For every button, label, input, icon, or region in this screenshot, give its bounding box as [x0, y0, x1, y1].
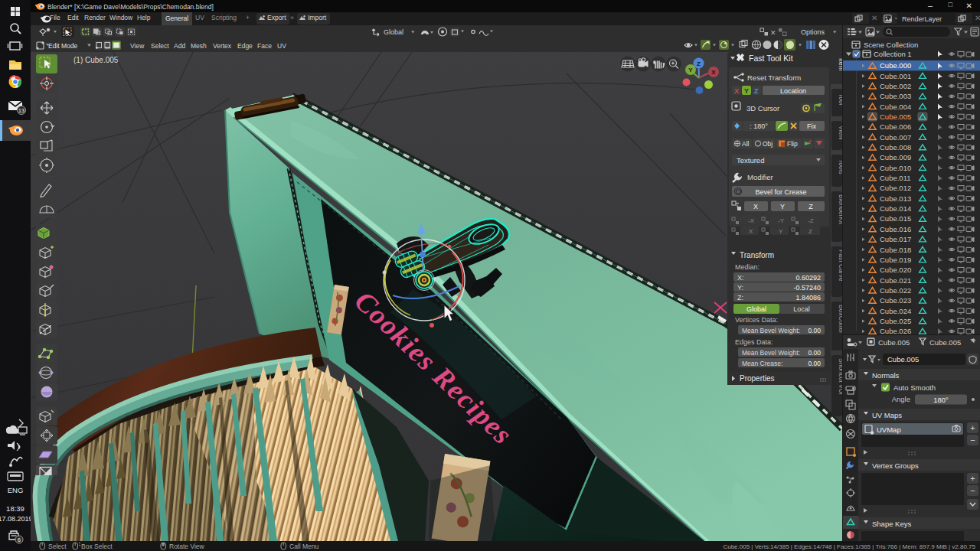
- svg-text:Global: Global: [746, 305, 766, 313]
- svg-text:Y: Y: [744, 87, 749, 95]
- svg-text:-X: -X: [748, 217, 755, 224]
- svg-text:Normals: Normals: [872, 371, 900, 380]
- svg-text:-Y: -Y: [778, 217, 785, 224]
- svg-text:Cube.009: Cube.009: [880, 153, 911, 161]
- svg-text:✕: ✕: [770, 29, 776, 37]
- svg-text:Cube.005: Cube.005: [929, 338, 961, 347]
- svg-text:13: 13: [18, 108, 24, 113]
- svg-text:Select: Select: [48, 543, 67, 550]
- svg-text:Cube.013: Cube.013: [880, 194, 911, 203]
- svg-text:Modifier: Modifier: [747, 173, 773, 181]
- svg-text:Collection 1: Collection 1: [874, 50, 912, 58]
- svg-text:Cube.005: Cube.005: [878, 338, 910, 347]
- svg-text:Cube.017: Cube.017: [880, 235, 911, 243]
- svg-text:Cube.011: Cube.011: [880, 174, 911, 182]
- svg-text:Global: Global: [384, 28, 403, 36]
- svg-text:−: −: [970, 486, 975, 495]
- svg-text:Z: Z: [808, 228, 812, 235]
- svg-text:0.00: 0.00: [808, 349, 821, 357]
- svg-text:Fast Tool Kit: Fast Tool Kit: [749, 54, 793, 63]
- svg-text:X: X: [734, 87, 739, 95]
- svg-text:Cube.002: Cube.002: [880, 82, 911, 90]
- svg-text:Flip: Flip: [787, 140, 798, 148]
- svg-text:Reset Transform: Reset Transform: [747, 73, 801, 82]
- svg-text:X:: X:: [737, 274, 744, 282]
- svg-text:Vertices Data:: Vertices Data:: [735, 316, 778, 324]
- svg-text:-Z: -Z: [808, 217, 814, 224]
- svg-text:UVMap: UVMap: [877, 425, 901, 434]
- svg-text:Box Select: Box Select: [81, 543, 113, 550]
- svg-text:ENG: ENG: [8, 486, 24, 494]
- svg-text:Edit Mode: Edit Mode: [48, 42, 78, 50]
- svg-text:Cube.026: Cube.026: [880, 327, 911, 334]
- svg-text:+: +: [970, 423, 975, 432]
- svg-text:Cube.023: Cube.023: [880, 296, 911, 305]
- svg-text:Cube.014: Cube.014: [880, 204, 911, 213]
- svg-text:X: X: [711, 69, 716, 76]
- svg-text:(1) Cube.005: (1) Cube.005: [74, 56, 119, 64]
- svg-text:Cube.024: Cube.024: [880, 307, 911, 315]
- svg-text:3D Cursor: 3D Cursor: [746, 104, 779, 112]
- svg-text:Transform: Transform: [740, 251, 774, 259]
- svg-text:All: All: [742, 140, 750, 148]
- svg-text:0.60292: 0.60292: [795, 274, 821, 282]
- svg-text:Cube.018: Cube.018: [880, 246, 911, 254]
- svg-text:Cube.001: Cube.001: [880, 72, 911, 80]
- svg-text:Local: Local: [793, 305, 810, 313]
- svg-text:Shape Keys: Shape Keys: [872, 520, 911, 528]
- svg-text:0.00: 0.00: [808, 360, 821, 367]
- svg-text:Y: Y: [780, 203, 785, 210]
- svg-text:Cube.003: Cube.003: [880, 92, 911, 100]
- svg-text:Edges Data:: Edges Data:: [735, 338, 773, 346]
- svg-text:Textured: Textured: [737, 156, 764, 165]
- svg-text:17.08.2019: 17.08.2019: [0, 515, 31, 523]
- svg-text:Cube.021: Cube.021: [880, 276, 911, 285]
- svg-text:Cube.022: Cube.022: [880, 286, 911, 295]
- svg-text:Z: Z: [754, 87, 759, 95]
- svg-text:180°: 180°: [933, 396, 949, 404]
- svg-text:Properties: Properties: [740, 374, 775, 383]
- svg-text:1.84086: 1.84086: [795, 294, 821, 302]
- svg-text:Cube.008: Cube.008: [880, 143, 911, 152]
- svg-text:−: −: [970, 435, 975, 445]
- svg-text:UV Maps: UV Maps: [872, 411, 902, 419]
- svg-text:X: X: [753, 203, 758, 210]
- svg-text:Mean Bevel Weight:: Mean Bevel Weight:: [742, 327, 800, 334]
- svg-text:Options: Options: [801, 28, 825, 36]
- svg-text:Z: Z: [697, 60, 701, 67]
- svg-text:Cube.006: Cube.006: [880, 122, 911, 131]
- svg-text:Cube.016: Cube.016: [880, 225, 911, 233]
- svg-text:Z:: Z:: [737, 294, 743, 302]
- svg-text:Cube.005: Cube.005: [880, 112, 911, 121]
- svg-text:Cube.005 | Verts:14/385 | Edge: Cube.005 | Verts:14/385 | Edges:14/748 |…: [723, 543, 975, 550]
- svg-text:Cube.025: Cube.025: [880, 317, 911, 325]
- svg-text:Vertex Groups: Vertex Groups: [872, 461, 919, 470]
- svg-text:Auto Smooth: Auto Smooth: [893, 383, 936, 392]
- svg-text:6: 6: [18, 537, 21, 543]
- svg-text:+: +: [970, 474, 975, 483]
- svg-text:-0.57240: -0.57240: [793, 284, 821, 292]
- svg-text:Z: Z: [808, 203, 813, 210]
- svg-text:Cube.007: Cube.007: [880, 133, 911, 142]
- svg-text:0.00: 0.00: [808, 327, 821, 334]
- svg-text:Median:: Median:: [735, 263, 760, 271]
- svg-text:: 180°: : 180°: [750, 122, 768, 130]
- svg-text:Cube.020: Cube.020: [880, 266, 911, 274]
- svg-text:Y:: Y:: [737, 284, 743, 292]
- svg-text:Cube.012: Cube.012: [880, 184, 911, 192]
- svg-text:Cube.015: Cube.015: [880, 214, 911, 223]
- svg-text:Call Menu: Call Menu: [289, 543, 319, 550]
- svg-text:Bevel for Crease: Bevel for Crease: [755, 188, 806, 196]
- svg-text:Obj: Obj: [763, 140, 773, 148]
- svg-text:Location: Location: [780, 87, 806, 95]
- svg-text:Cube.005: Cube.005: [887, 355, 919, 364]
- svg-text:Scene Collection: Scene Collection: [864, 41, 918, 49]
- svg-text:X: X: [749, 228, 753, 235]
- svg-text:Mean Bevel Weight:: Mean Bevel Weight:: [742, 349, 800, 357]
- svg-text:Cube.010: Cube.010: [880, 164, 911, 172]
- svg-text:18:39: 18:39: [6, 504, 24, 513]
- svg-text:Cube.004: Cube.004: [880, 103, 911, 111]
- svg-text:Y: Y: [779, 228, 783, 235]
- svg-text:Fix: Fix: [807, 122, 816, 130]
- svg-text:Mean Crease:: Mean Crease:: [742, 360, 782, 367]
